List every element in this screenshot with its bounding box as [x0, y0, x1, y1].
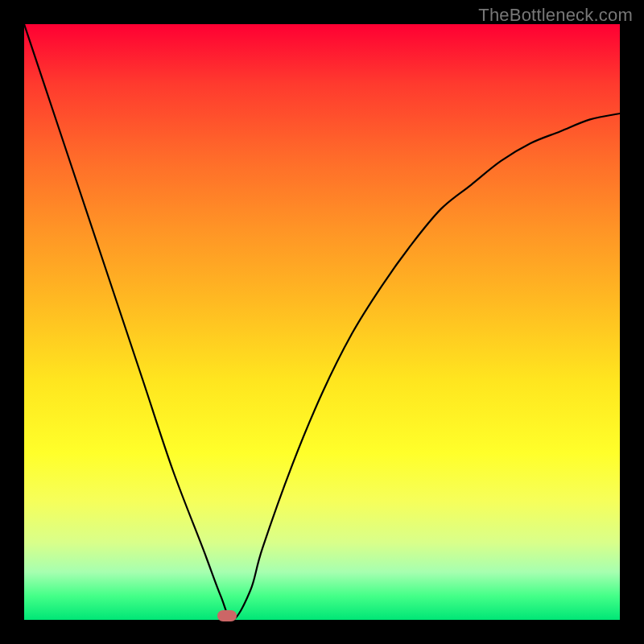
chart-frame: TheBottleneck.com — [0, 0, 644, 644]
bottleneck-curve — [24, 24, 620, 620]
optimum-marker — [217, 610, 237, 621]
watermark-text: TheBottleneck.com — [478, 5, 633, 26]
plot-area — [24, 24, 620, 620]
